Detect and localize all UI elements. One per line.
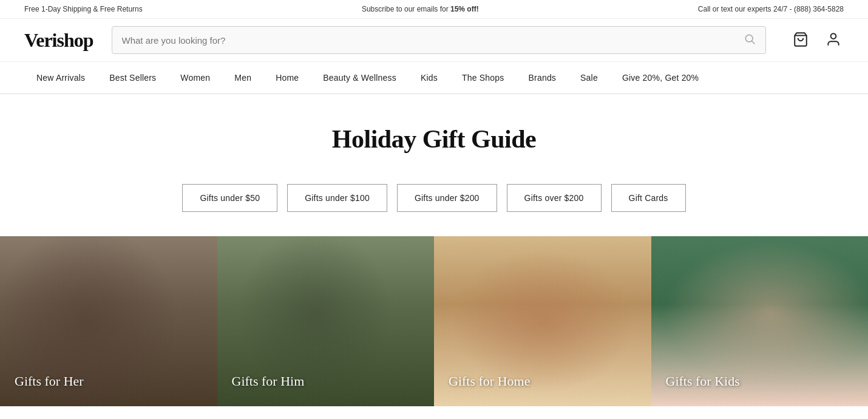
- nav-women[interactable]: Women: [168, 62, 222, 94]
- nav-give-get[interactable]: Give 20%, Get 20%: [610, 62, 711, 94]
- header: Verishop: [0, 19, 868, 62]
- nav-beauty-wellness[interactable]: Beauty & Wellness: [311, 62, 409, 94]
- filter-gift-cards[interactable]: Gift Cards: [611, 184, 686, 212]
- svg-line-1: [752, 41, 755, 44]
- category-home[interactable]: Gifts for Home: [434, 236, 651, 406]
- hero-section: Holiday Gift Guide: [0, 94, 868, 172]
- banner-middle: Subscribe to our emails for 15% off!: [362, 5, 479, 13]
- nav-new-arrivals[interactable]: New Arrivals: [24, 62, 97, 94]
- cart-button[interactable]: [790, 29, 811, 52]
- nav-home[interactable]: Home: [263, 62, 311, 94]
- svg-point-0: [745, 35, 753, 42]
- banner-left: Free 1-Day Shipping & Free Returns: [24, 5, 143, 13]
- category-her[interactable]: Gifts for Her: [0, 236, 217, 406]
- filter-under-50[interactable]: Gifts under $50: [182, 184, 277, 212]
- category-him-label: Gifts for Him: [232, 373, 305, 389]
- nav-the-shops[interactable]: The Shops: [450, 62, 517, 94]
- account-button[interactable]: [823, 29, 844, 52]
- filter-buttons: Gifts under $50 Gifts under $100 Gifts u…: [0, 172, 868, 236]
- nav-men[interactable]: Men: [222, 62, 263, 94]
- filter-under-100[interactable]: Gifts under $100: [287, 184, 387, 212]
- category-him[interactable]: Gifts for Him: [217, 236, 435, 406]
- search-input[interactable]: [122, 35, 737, 46]
- category-grid: Gifts for Her Gifts for Him Gifts for Ho…: [0, 236, 868, 406]
- svg-point-3: [831, 33, 836, 39]
- main-nav: New Arrivals Best Sellers Women Men Home…: [0, 62, 868, 94]
- logo[interactable]: Verishop: [24, 29, 93, 52]
- filter-over-200[interactable]: Gifts over $200: [507, 184, 602, 212]
- category-her-label: Gifts for Her: [15, 373, 84, 389]
- top-banner: Free 1-Day Shipping & Free Returns Subsc…: [0, 0, 868, 19]
- banner-right: Call or text our experts 24/7 - (888) 36…: [698, 5, 844, 13]
- nav-kids[interactable]: Kids: [409, 62, 450, 94]
- category-home-label: Gifts for Home: [449, 373, 530, 389]
- category-kids[interactable]: Gifts for Kids: [651, 236, 869, 406]
- header-icons: [790, 29, 844, 52]
- search-icon: [744, 33, 756, 47]
- nav-best-sellers[interactable]: Best Sellers: [97, 62, 168, 94]
- nav-sale[interactable]: Sale: [568, 62, 610, 94]
- nav-brands[interactable]: Brands: [517, 62, 569, 94]
- search-bar-container: [112, 26, 766, 54]
- filter-under-200[interactable]: Gifts under $200: [397, 184, 497, 212]
- category-kids-label: Gifts for Kids: [666, 373, 740, 389]
- hero-title: Holiday Gift Guide: [12, 124, 856, 154]
